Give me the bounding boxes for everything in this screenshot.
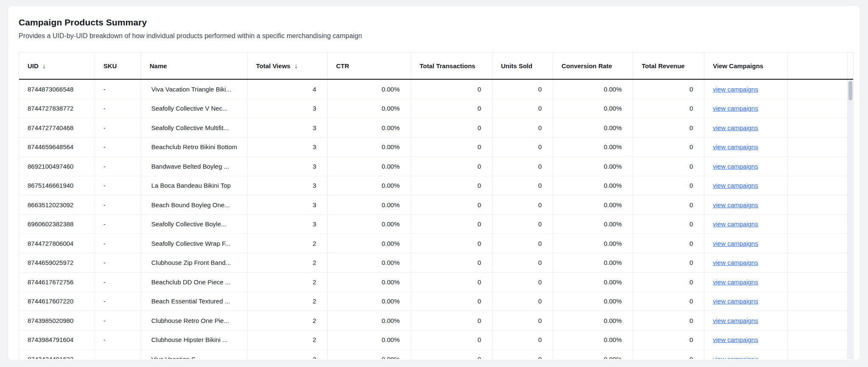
cell-total_transactions: 0 <box>411 195 492 215</box>
cell-value: 0 <box>690 220 693 228</box>
cell-units_sold: 0 <box>492 80 553 99</box>
cell-value: 0.00% <box>381 143 400 150</box>
view-campaigns-link[interactable]: view campaigns <box>713 356 758 359</box>
column-header-sku[interactable]: SKU <box>95 53 141 79</box>
cell-conversion_rate: 0.00% <box>553 331 633 350</box>
column-header-name[interactable]: Name <box>141 53 248 79</box>
view-campaigns-link[interactable]: view campaigns <box>713 86 758 93</box>
view-campaigns-link[interactable]: view campaigns <box>713 201 758 209</box>
cell-value: - <box>103 220 106 228</box>
cell-total_views: 3 <box>248 157 328 176</box>
cell-conversion_rate: 0.00% <box>553 215 633 234</box>
cell-value: Beachclub Retro Bikini Bottom <box>151 143 237 150</box>
cell-units_sold: 0 <box>492 253 553 273</box>
cell-value: 0 <box>538 201 542 209</box>
cell-value: 4 <box>313 86 316 93</box>
cell-total_transactions: 0 <box>411 331 492 350</box>
cell-view_campaigns: view campaigns <box>704 215 787 234</box>
column-header-view_campaigns[interactable]: View Campaigns <box>704 53 787 79</box>
cell-value: 3 <box>313 105 316 112</box>
cell-value: Beach Bound Boyleg One... <box>151 201 230 209</box>
cell-total_transactions: 0 <box>411 272 492 292</box>
cell-value: 0.00% <box>604 356 622 359</box>
cell-conversion_rate: 0.00% <box>553 350 633 359</box>
cell-value: 0 <box>690 356 693 359</box>
cell-view_campaigns: view campaigns <box>704 272 787 292</box>
cell-conversion_rate: 0.00% <box>553 195 633 215</box>
cell-uid: 8744727838772 <box>19 99 95 119</box>
cell-value: 0 <box>538 105 542 112</box>
cell-total_transactions: 0 <box>411 118 492 138</box>
cell-value: Seafolly Collective Boyle... <box>151 220 226 228</box>
cell-value: 0.00% <box>604 297 622 305</box>
view-campaigns-link[interactable]: view campaigns <box>713 259 758 266</box>
table-row: 6960602382388-Seafolly Collective Boyle.… <box>19 215 853 234</box>
cell-total_views: 3 <box>248 118 328 138</box>
view-campaigns-link[interactable]: view campaigns <box>713 240 758 247</box>
cell-uid: 8744727806004 <box>19 234 95 253</box>
cell-name: Beach Essential Textured ... <box>141 292 248 311</box>
view-campaigns-link[interactable]: view campaigns <box>713 182 758 189</box>
cell-value: 0 <box>690 182 693 189</box>
cell-value: 0.00% <box>381 278 400 286</box>
cell-total_revenue: 0 <box>633 311 704 331</box>
cell-sku: - <box>95 176 141 196</box>
cell-value: 0 <box>478 86 481 93</box>
cell-value: 8744659648564 <box>28 143 73 150</box>
cell-uid: 8744659025972 <box>19 253 95 273</box>
cell-conversion_rate: 0.00% <box>553 118 633 138</box>
cell-value: - <box>103 259 106 266</box>
column-header-total_revenue[interactable]: Total Revenue <box>633 53 704 79</box>
cell-name: Clubhouse Retro One Pie... <box>141 311 248 331</box>
column-header-total_transactions[interactable]: Total Transactions <box>411 53 492 79</box>
cell-value: 8743985020980 <box>28 317 73 324</box>
view-campaigns-link[interactable]: view campaigns <box>713 278 758 286</box>
cell-value: 2 <box>313 240 316 247</box>
cell-total_views: 2 <box>248 292 328 311</box>
cell-spacer <box>787 311 848 331</box>
cell-value: 2 <box>313 356 316 359</box>
cell-value: 0.00% <box>604 163 622 170</box>
cell-value: 0 <box>538 143 542 150</box>
view-campaigns-link[interactable]: view campaigns <box>713 163 758 170</box>
cell-value: Seafolly Collective Wrap F... <box>151 240 230 247</box>
view-campaigns-link[interactable]: view campaigns <box>713 336 758 343</box>
view-campaigns-link[interactable]: view campaigns <box>713 124 758 131</box>
cell-name: Beachclub DD One Piece ... <box>141 272 248 292</box>
table-row: 8743984791604-Clubhouse Hipster Bikini .… <box>19 331 853 350</box>
column-header-conversion_rate[interactable]: Conversion Rate <box>553 53 633 79</box>
cell-value: 0.00% <box>604 105 622 112</box>
table-row: 8743985020980-Clubhouse Retro One Pie...… <box>19 311 853 331</box>
cell-value: 0 <box>478 278 481 286</box>
cell-value: 8744659025972 <box>28 259 73 266</box>
column-header-total_views[interactable]: Total Views↓ <box>248 53 328 79</box>
cell-sku: - <box>95 195 141 215</box>
view-campaigns-link[interactable]: view campaigns <box>713 317 758 324</box>
cell-uid: 8744659648564 <box>19 138 95 157</box>
scrollbar-thumb[interactable] <box>849 81 852 100</box>
cell-uid: 8743434491632 <box>19 350 95 359</box>
column-header-ctr[interactable]: CTR <box>328 53 411 79</box>
cell-spacer <box>787 195 848 215</box>
cell-sku: - <box>95 80 141 99</box>
cell-total_revenue: 0 <box>633 350 704 359</box>
cell-total_transactions: 0 <box>411 157 492 176</box>
vertical-scrollbar[interactable] <box>848 80 853 359</box>
cell-value: 0 <box>690 201 693 209</box>
view-campaigns-link[interactable]: view campaigns <box>713 143 758 150</box>
cell-name: Viva Vacation Triangle Biki... <box>141 80 248 99</box>
column-header-uid[interactable]: UID↓ <box>19 53 95 79</box>
cell-view_campaigns: view campaigns <box>704 138 787 157</box>
cell-conversion_rate: 0.00% <box>553 292 633 311</box>
cell-units_sold: 0 <box>492 311 553 331</box>
column-header-units_sold[interactable]: Units Sold <box>492 53 553 79</box>
cell-value: 0 <box>478 105 481 112</box>
cell-value: 0.00% <box>604 201 622 209</box>
cell-total_revenue: 0 <box>633 157 704 176</box>
view-campaigns-link[interactable]: view campaigns <box>713 105 758 112</box>
cell-total_transactions: 0 <box>411 215 492 234</box>
cell-spacer <box>787 118 848 138</box>
table-row: 8744659025972-Clubhouse Zip Front Band..… <box>19 253 853 273</box>
view-campaigns-link[interactable]: view campaigns <box>713 297 758 305</box>
view-campaigns-link[interactable]: view campaigns <box>713 220 758 228</box>
